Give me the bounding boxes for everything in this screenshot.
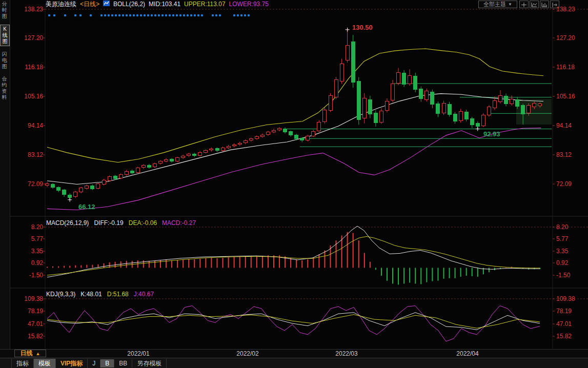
event-dot[interactable] (197, 14, 199, 16)
candle-body (136, 168, 139, 172)
event-dot[interactable] (118, 14, 120, 16)
event-dot[interactable] (129, 14, 131, 16)
candle-body (221, 148, 225, 151)
sidebar-tab-2[interactable]: K线图 (0, 25, 10, 46)
axis-label: 0.92 (556, 260, 568, 266)
event-dot[interactable] (233, 14, 235, 16)
event-dot[interactable] (147, 14, 149, 16)
theme-dropdown[interactable]: 全部主题 ▼ (478, 1, 517, 8)
toolbar-tab-3[interactable]: VIP指标 (56, 359, 88, 368)
event-dot[interactable] (136, 14, 138, 16)
event-dot[interactable] (219, 14, 221, 16)
event-dot[interactable] (154, 14, 156, 16)
event-dot[interactable] (169, 14, 171, 16)
event-dot[interactable] (111, 14, 113, 16)
kdj-title[interactable]: KDJ(9,3,3) (46, 291, 75, 298)
event-dot[interactable] (151, 14, 153, 16)
macd-header: MACD(26,12,9) DIFF:-0.19 DEA:-0.06 MACD:… (46, 219, 196, 227)
event-dot[interactable] (108, 14, 110, 16)
event-dot[interactable] (144, 14, 146, 16)
candle-body (125, 171, 128, 175)
axis-label: 127.20 (556, 35, 575, 41)
kdj-d-value: D:51.68 (107, 291, 129, 298)
event-dot[interactable] (100, 14, 103, 16)
chart-icon (103, 1, 110, 8)
date-label: 2022/04 (456, 350, 478, 357)
toolbar-tab-5[interactable]: B (100, 359, 114, 367)
chart-canvas[interactable] (0, 0, 588, 368)
toolbar-tab-1[interactable]: 指标 (11, 359, 34, 368)
event-dot[interactable] (140, 14, 142, 16)
candle-body (108, 177, 111, 181)
candle-body (419, 89, 423, 99)
candle-body (165, 159, 168, 161)
axis-label: 15.82 (28, 333, 43, 339)
boll-label[interactable]: BOLL(26,2) (113, 1, 145, 8)
candle-body (181, 156, 185, 158)
candle-body (260, 135, 264, 136)
chart-line-box-icon[interactable] (530, 1, 539, 8)
toolbar-tab-6[interactable]: BB (114, 359, 132, 367)
period-tag[interactable]: <日线> (80, 0, 99, 9)
candle-body (317, 122, 321, 131)
event-dot[interactable] (90, 14, 92, 16)
event-dot[interactable] (212, 14, 214, 16)
toolbar-tab-4[interactable]: J (88, 359, 100, 367)
event-dot[interactable] (161, 14, 164, 16)
event-dot[interactable] (53, 14, 55, 16)
event-dot[interactable] (215, 14, 217, 16)
candle-body (527, 105, 531, 113)
candle-body (244, 140, 247, 142)
axis-label: 5.77 (31, 236, 43, 242)
event-dot[interactable] (240, 14, 242, 16)
event-dot[interactable] (74, 14, 76, 16)
axis-label: 138.23 (556, 6, 575, 12)
theme-dropdown-label: 全部主题 (483, 1, 506, 8)
event-dot[interactable] (122, 14, 124, 16)
candle-body (51, 184, 55, 187)
event-dot[interactable] (48, 14, 50, 16)
sidebar-tab-4[interactable]: 合约资料 (0, 75, 9, 101)
axis-label: 105.16 (24, 93, 43, 99)
move-icon[interactable] (519, 1, 529, 8)
toolbar-tab-7[interactable]: 另存模板 (132, 359, 167, 368)
event-dot[interactable] (79, 14, 82, 16)
candle-body (368, 99, 372, 114)
event-dot[interactable] (104, 14, 106, 16)
candle-body (119, 174, 123, 178)
event-dot[interactable] (187, 14, 189, 16)
event-dot[interactable] (237, 14, 239, 16)
event-dot[interactable] (176, 14, 178, 16)
event-dot[interactable] (64, 14, 66, 16)
event-dot[interactable] (183, 14, 185, 16)
sidebar-tab-1[interactable]: 分时图 (0, 0, 9, 21)
candle-body (79, 188, 83, 192)
event-dot[interactable] (172, 14, 174, 16)
candle-body (379, 111, 383, 122)
toolbar-tab-2[interactable]: 模板 (34, 359, 56, 368)
candle-body (170, 159, 174, 161)
boll-mid-value: MID:103.41 (149, 1, 180, 8)
event-dot[interactable] (179, 14, 181, 16)
candle-body (68, 195, 72, 197)
date-label: 2022/02 (236, 350, 258, 357)
event-dot[interactable] (115, 14, 117, 16)
event-dot[interactable] (158, 14, 160, 16)
event-dot[interactable] (165, 14, 167, 16)
axis-label: 109.38 (24, 296, 43, 302)
macd-title[interactable]: MACD(26,12,9) (46, 219, 89, 227)
event-dot[interactable] (194, 14, 196, 16)
sidebar-tab-3[interactable]: 闪电图 (0, 50, 9, 71)
chart-bars-box-icon[interactable] (540, 1, 549, 8)
candle-body (289, 132, 293, 135)
candle-body (374, 113, 377, 123)
event-dot[interactable] (248, 14, 250, 16)
candle-body (493, 101, 496, 108)
event-dot[interactable] (126, 14, 128, 16)
event-dot[interactable] (190, 14, 192, 16)
period-selector[interactable]: 日线 ▲ (14, 350, 46, 357)
event-dot[interactable] (133, 14, 135, 16)
event-dot[interactable] (244, 14, 246, 16)
event-dot[interactable] (201, 14, 203, 16)
candle-body (159, 161, 163, 163)
